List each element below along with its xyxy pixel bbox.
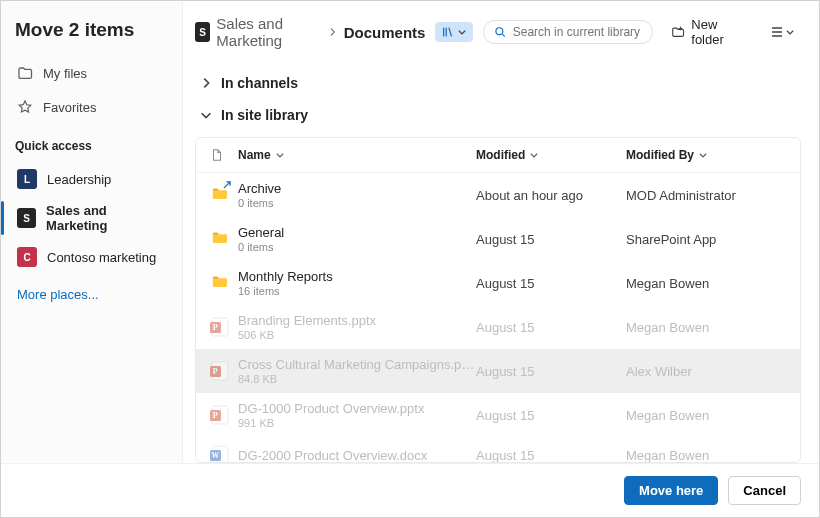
- row-name: Branding Elements.pptx: [238, 313, 476, 328]
- section-in-channels[interactable]: In channels: [195, 67, 801, 99]
- sidebar-favorites[interactable]: Favorites: [13, 93, 170, 121]
- chevron-right-icon: [199, 76, 213, 90]
- table-row: Cross Cultural Marketing Campaigns.p…84.…: [196, 349, 800, 393]
- col-name[interactable]: Name: [238, 148, 476, 162]
- sidebar: Move 2 items My files Favorites Quick ac…: [1, 1, 183, 463]
- row-modified-by: Megan Bowen: [626, 448, 786, 463]
- row-modified: August 15: [476, 320, 626, 335]
- row-icon: [210, 361, 238, 381]
- topbar: S Sales and Marketing Documents New fold…: [183, 1, 819, 57]
- row-name: Cross Cultural Marketing Campaigns.p…: [238, 357, 476, 372]
- col-modified-by[interactable]: Modified By: [626, 148, 786, 162]
- new-folder-icon: [671, 24, 685, 40]
- col-modified[interactable]: Modified: [476, 148, 626, 162]
- row-meta: 506 KB: [238, 329, 476, 341]
- list-icon: [769, 24, 785, 40]
- cancel-button[interactable]: Cancel: [728, 476, 801, 505]
- row-modified: August 15: [476, 408, 626, 423]
- table-header: Name Modified Modified By: [196, 138, 800, 173]
- shortcut-arrow-icon: [222, 180, 232, 190]
- table-row[interactable]: Archive0 itemsAbout an hour agoMOD Admin…: [196, 173, 800, 217]
- table-row: Branding Elements.pptx506 KBAugust 15Meg…: [196, 305, 800, 349]
- sidebar-my-files[interactable]: My files: [13, 59, 170, 87]
- row-modified-by: Alex Wilber: [626, 364, 786, 379]
- row-modified: August 15: [476, 448, 626, 463]
- row-meta: 16 items: [238, 285, 476, 297]
- library-selector[interactable]: [435, 22, 473, 42]
- search-input[interactable]: [513, 25, 643, 39]
- row-meta: 84.8 KB: [238, 373, 476, 385]
- new-folder-label: New folder: [691, 17, 745, 47]
- folder-icon: [210, 231, 230, 247]
- folder-files-icon: [17, 65, 33, 81]
- chevron-down-icon: [199, 108, 213, 122]
- table-body: Archive0 itemsAbout an hour agoMOD Admin…: [196, 173, 800, 462]
- chevron-down-icon: [529, 150, 539, 160]
- sidebar-item-label: Sales and Marketing: [46, 203, 166, 233]
- sidebar-item-leadership[interactable]: L Leadership: [13, 163, 170, 195]
- site-icon: S: [17, 208, 36, 228]
- table-row[interactable]: Monthly Reports16 itemsAugust 15Megan Bo…: [196, 261, 800, 305]
- chevron-right-icon: [327, 25, 338, 39]
- site-icon: S: [195, 22, 210, 42]
- crumb-site[interactable]: Sales and Marketing: [216, 15, 321, 49]
- svg-point-0: [496, 28, 503, 35]
- folder-icon: [210, 275, 230, 291]
- row-icon: [210, 317, 238, 337]
- pptx-icon: [210, 361, 230, 381]
- footer: Move here Cancel: [1, 463, 819, 517]
- library-icon: [441, 25, 455, 39]
- row-modified: August 15: [476, 232, 626, 247]
- col-modified-label: Modified: [476, 148, 525, 162]
- sidebar-item-label: Leadership: [47, 172, 111, 187]
- row-icon: [210, 231, 238, 247]
- table-row[interactable]: General0 itemsAugust 15SharePoint App: [196, 217, 800, 261]
- file-table: Name Modified Modified By Archive0 items…: [195, 137, 801, 463]
- row-name: Archive: [238, 181, 476, 196]
- row-name: General: [238, 225, 476, 240]
- chevron-down-icon: [785, 27, 795, 37]
- section-in-site-library[interactable]: In site library: [195, 99, 801, 131]
- docx-icon: [210, 445, 230, 462]
- row-icon: [210, 187, 238, 203]
- row-name: DG-2000 Product Overview.docx: [238, 448, 476, 463]
- chevron-down-icon: [698, 150, 708, 160]
- search-icon: [494, 25, 506, 39]
- row-name: Monthly Reports: [238, 269, 476, 284]
- sidebar-quickaccess-heading: Quick access: [15, 139, 170, 153]
- pptx-icon: [210, 405, 230, 425]
- row-modified-by: SharePoint App: [626, 232, 786, 247]
- sidebar-item-contoso-marketing[interactable]: C Contoso marketing: [13, 241, 170, 273]
- row-icon: [210, 275, 238, 291]
- row-modified-by: Megan Bowen: [626, 320, 786, 335]
- file-icon: [210, 148, 224, 162]
- section-sitelib-label: In site library: [221, 107, 308, 123]
- sidebar-my-files-label: My files: [43, 66, 87, 81]
- row-modified: August 15: [476, 364, 626, 379]
- sidebar-item-sales-marketing[interactable]: S Sales and Marketing: [13, 197, 170, 239]
- content-area: In channels In site library Name Modifie: [183, 57, 819, 463]
- site-icon: L: [17, 169, 37, 189]
- sidebar-favorites-label: Favorites: [43, 100, 96, 115]
- col-by-label: Modified By: [626, 148, 694, 162]
- search-box[interactable]: [483, 20, 653, 44]
- chevron-down-icon: [275, 150, 285, 160]
- table-row: DG-1000 Product Overview.pptx991 KBAugus…: [196, 393, 800, 437]
- sidebar-more-places[interactable]: More places...: [13, 281, 170, 308]
- chevron-down-icon: [457, 27, 467, 37]
- star-icon: [17, 99, 33, 115]
- breadcrumb: S Sales and Marketing Documents: [195, 15, 473, 49]
- crumb-library[interactable]: Documents: [344, 24, 426, 41]
- section-channels-label: In channels: [221, 75, 298, 91]
- new-folder-button[interactable]: New folder: [663, 13, 753, 51]
- col-icon: [210, 148, 238, 162]
- row-meta: 991 KB: [238, 417, 476, 429]
- row-modified: August 15: [476, 276, 626, 291]
- view-options-button[interactable]: [763, 20, 801, 44]
- move-here-button[interactable]: Move here: [624, 476, 718, 505]
- row-modified-by: MOD Administrator: [626, 188, 786, 203]
- main-panel: S Sales and Marketing Documents New fold…: [183, 1, 819, 463]
- row-name: DG-1000 Product Overview.pptx: [238, 401, 476, 416]
- dialog-title: Move 2 items: [13, 19, 170, 41]
- site-icon: C: [17, 247, 37, 267]
